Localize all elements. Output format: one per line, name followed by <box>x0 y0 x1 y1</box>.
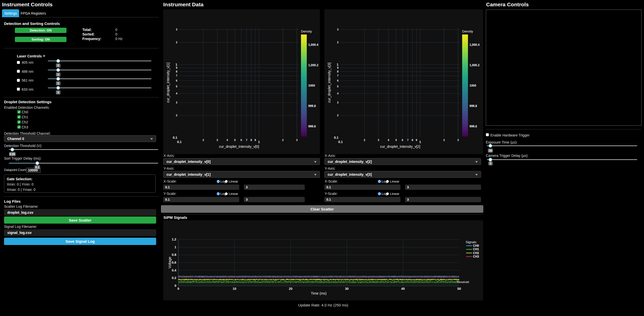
channel-Ch0-checkbox[interactable] <box>17 110 21 114</box>
y-scale-log-radio-1[interactable] <box>378 192 381 195</box>
detection-sorting-heading: Detection and Sorting Controls <box>4 21 60 26</box>
svg-text:4: 4 <box>176 92 177 95</box>
tab-settings-label: Settings <box>4 11 17 15</box>
y-max-input-1[interactable]: 3 <box>405 197 481 202</box>
sipm-signals-plot[interactable]: 0102030405000.20.40.60.811.2Time (ms)Vol… <box>163 220 483 300</box>
y-scale-log-radio-0[interactable] <box>217 192 220 195</box>
x-scale-log-radio-0[interactable] <box>217 180 220 183</box>
y-scale-linear-radio-0[interactable] <box>225 192 228 195</box>
x-scale-linear-label-0: Linear <box>229 180 238 183</box>
detection-threshold-slider[interactable] <box>9 149 158 150</box>
instrument-controls-title: Instrument Controls <box>2 2 53 8</box>
sorting-toggle-button[interactable]: Sorting: ON <box>15 37 66 42</box>
signal-log-filename-input[interactable]: signal_log.csv <box>4 229 156 236</box>
svg-text:3: 3 <box>337 101 338 104</box>
channel-Ch1-checkbox[interactable] <box>17 115 21 119</box>
laser-405nm-checkbox[interactable] <box>17 61 20 64</box>
svg-text:cur_droplet_intensity_v[0]: cur_droplet_intensity_v[0] <box>219 145 259 149</box>
svg-text:7: 7 <box>176 74 177 77</box>
y-max-input-0[interactable]: 3 <box>244 197 305 202</box>
divider <box>4 48 159 48</box>
svg-text:7: 7 <box>407 138 409 142</box>
laser-561nm-checkbox[interactable] <box>17 79 20 82</box>
exposure-time-slider[interactable] <box>487 146 637 146</box>
laser-488nm-checkbox[interactable] <box>17 70 20 73</box>
svg-text:9: 9 <box>416 138 417 142</box>
svg-text:3: 3 <box>217 138 218 142</box>
detection-threshold-slider-handle[interactable] <box>11 148 14 151</box>
x-axis-dropdown-1[interactable]: cur_droplet_intensity_v[2] <box>324 158 481 165</box>
sort-trigger-delay-slider-handle[interactable] <box>36 161 39 165</box>
x-axis-dropdown-0[interactable]: cur_droplet_intensity_v[0] <box>163 158 320 165</box>
y-axis-dropdown-1[interactable]: cur_droplet_intensity_v[3] <box>324 171 481 178</box>
enable-hardware-trigger-checkbox[interactable] <box>486 133 489 136</box>
save-scatter-button[interactable]: Save Scatter <box>4 217 156 224</box>
camera-trigger-delay-slider[interactable] <box>487 159 637 160</box>
laser-power-slider-handle[interactable] <box>56 59 60 63</box>
x-min-input-1[interactable]: 0.1 <box>324 185 400 190</box>
svg-text:999.8: 999.8 <box>308 104 316 108</box>
svg-text:999.6: 999.6 <box>308 125 316 128</box>
svg-text:3: 3 <box>337 28 338 31</box>
svg-text:10: 10 <box>233 287 236 291</box>
laser-power-slider[interactable] <box>48 70 151 70</box>
svg-text:8: 8 <box>250 138 252 142</box>
x-max-input-1[interactable]: 3 <box>405 185 481 190</box>
sort-trigger-delay-slider-track <box>9 163 37 163</box>
tab-settings[interactable]: Settings <box>2 9 19 17</box>
frequency-label: Frequency: <box>82 37 101 41</box>
x-scale-linear-radio-1[interactable] <box>386 180 389 183</box>
svg-text:5: 5 <box>234 138 236 142</box>
channel-Ch3-checkbox[interactable] <box>17 125 21 129</box>
y-scale-linear-radio-1[interactable] <box>386 192 389 195</box>
laser-633nm-checkbox[interactable] <box>17 88 20 91</box>
sorted-value: 0 <box>115 32 117 36</box>
y-min-input-0[interactable]: 0.1 <box>163 197 239 202</box>
svg-text:Density: Density <box>301 29 312 33</box>
x-scale-log-radio-1[interactable] <box>378 180 381 183</box>
chevron-down-icon <box>475 161 478 163</box>
y-scale-label-0: Y-Scale: <box>163 192 177 196</box>
tab-fpga-registers[interactable]: FPGA Registers <box>19 9 47 17</box>
svg-text:1,000.2: 1,000.2 <box>469 63 480 67</box>
chevron-down-icon <box>150 138 153 140</box>
svg-text:CH0: CH0 <box>473 244 479 248</box>
threshold-channel-dropdown[interactable]: Channel 0 <box>4 135 156 142</box>
svg-text:1,000.4: 1,000.4 <box>469 43 480 47</box>
channel-label: Ch3 <box>22 125 28 129</box>
x-min-input-0[interactable]: 0.1 <box>163 185 239 190</box>
svg-text:Threshold: Threshold <box>457 280 469 284</box>
laser-power-slider[interactable] <box>48 61 151 61</box>
channel-label: Ch0 <box>22 110 28 114</box>
camera-trigger-delay-slider-handle[interactable] <box>489 158 492 161</box>
laser-wavelength-label: 488 nm <box>22 69 33 74</box>
scatter-plot-0[interactable]: 0.10.122334455667788991122223333cur_drop… <box>163 9 320 154</box>
enabled-channels-label: Enabled Detection Channels: <box>4 106 50 110</box>
y-scale-linear-label-1: Linear <box>390 192 399 196</box>
exposure-time-slider-handle[interactable] <box>489 144 492 148</box>
sipm-signals-heading: SiPM Signals <box>163 215 187 220</box>
detection-toggle-button[interactable]: Detection: ON <box>15 28 66 33</box>
save-signal-log-button[interactable]: Save Signal Log <box>4 238 156 245</box>
laser-power-slider-handle[interactable] <box>56 86 60 90</box>
y-min-input-1[interactable]: 0.1 <box>324 197 400 202</box>
laser-power-slider[interactable] <box>48 88 151 88</box>
gate-selection-panel: Gate Selection: Xmin: 0 | Ymin: 0 Xmax: … <box>4 174 156 193</box>
scatter-plot-1[interactable]: 0.10.122334455667788991122223333cur_drop… <box>324 9 483 154</box>
svg-text:1: 1 <box>258 140 260 144</box>
laser-power-slider-handle[interactable] <box>56 68 60 72</box>
svg-text:2: 2 <box>443 138 445 142</box>
clear-scatter-button[interactable]: Clear Scatter <box>161 205 483 213</box>
svg-text:2: 2 <box>202 138 204 142</box>
channel-Ch2-checkbox[interactable] <box>17 120 21 124</box>
y-axis-dropdown-0[interactable]: cur_droplet_intensity_v[1] <box>163 171 320 178</box>
scatter-log-filename-input[interactable]: droplet_log.csv <box>4 209 156 216</box>
datapoint-count-label: Datapoint Count: <box>4 168 27 172</box>
channel-label: Ch1 <box>22 115 28 119</box>
svg-text:cur_droplet_intensity_v[1]: cur_droplet_intensity_v[1] <box>166 63 170 103</box>
x-scale-linear-radio-0[interactable] <box>225 180 228 183</box>
laser-power-slider-handle[interactable] <box>56 77 60 81</box>
laser-power-slider[interactable] <box>48 79 151 79</box>
svg-text:0.4: 0.4 <box>172 268 177 272</box>
x-max-input-0[interactable]: 3 <box>244 185 305 190</box>
